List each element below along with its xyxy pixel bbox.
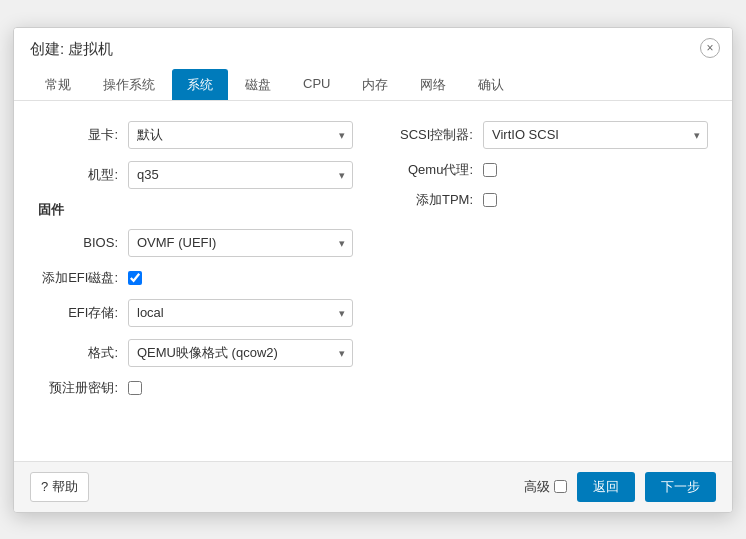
prekey-row: 预注册密钥: <box>38 379 353 397</box>
tab-system[interactable]: 系统 <box>172 69 228 100</box>
add-tpm-checkbox-wrapper <box>483 193 708 207</box>
dialog-footer: ? 帮助 高级 返回 下一步 <box>14 461 732 512</box>
efi-disk-label: 添加EFI磁盘: <box>38 269 128 287</box>
close-button[interactable]: × <box>700 38 720 58</box>
machine-label: 机型: <box>38 166 128 184</box>
efi-disk-control <box>128 271 353 285</box>
left-column: 显卡: 默认 机型: q35 <box>38 121 353 409</box>
qemu-agent-row: Qemu代理: <box>393 161 708 179</box>
qemu-agent-control <box>483 163 708 177</box>
help-button[interactable]: ? 帮助 <box>30 472 89 502</box>
efi-storage-label: EFI存储: <box>38 304 128 322</box>
machine-row: 机型: q35 <box>38 161 353 189</box>
qemu-agent-label: Qemu代理: <box>393 161 483 179</box>
efi-storage-row: EFI存储: local <box>38 299 353 327</box>
footer-left: ? 帮助 <box>30 472 89 502</box>
efi-disk-checkbox[interactable] <box>128 271 142 285</box>
dialog-header: 创建: 虚拟机 × 常规 操作系统 系统 磁盘 CPU 内存 网络 确认 <box>14 28 732 101</box>
bios-control: OVMF (UEFI) <box>128 229 353 257</box>
back-button[interactable]: 返回 <box>577 472 635 502</box>
form-section: 显卡: 默认 机型: q35 <box>38 121 708 409</box>
graphics-row: 显卡: 默认 <box>38 121 353 149</box>
prekey-checkbox-wrapper <box>128 381 353 395</box>
scsi-select[interactable]: VirtIO SCSI <box>483 121 708 149</box>
efi-disk-row: 添加EFI磁盘: <box>38 269 353 287</box>
advanced-label: 高级 <box>524 478 550 496</box>
machine-select-wrapper: q35 <box>128 161 353 189</box>
format-select-wrapper: QEMU映像格式 (qcow2) <box>128 339 353 367</box>
question-icon: ? <box>41 479 48 494</box>
prekey-checkbox[interactable] <box>128 381 142 395</box>
help-label: 帮助 <box>52 478 78 496</box>
footer-right: 高级 返回 下一步 <box>524 472 716 502</box>
tab-cpu[interactable]: CPU <box>288 69 345 100</box>
scsi-label: SCSI控制器: <box>393 126 483 144</box>
advanced-checkbox[interactable] <box>554 480 567 493</box>
scsi-select-wrapper: VirtIO SCSI <box>483 121 708 149</box>
qemu-agent-checkbox-wrapper <box>483 163 708 177</box>
prekey-label: 预注册密钥: <box>38 379 128 397</box>
qemu-agent-checkbox[interactable] <box>483 163 497 177</box>
machine-select[interactable]: q35 <box>128 161 353 189</box>
tab-bar: 常规 操作系统 系统 磁盘 CPU 内存 网络 确认 <box>30 69 521 100</box>
tab-disk[interactable]: 磁盘 <box>230 69 286 100</box>
firmware-section-title: 固件 <box>38 201 353 219</box>
advanced-check-wrapper: 高级 <box>524 478 567 496</box>
tab-general[interactable]: 常规 <box>30 69 86 100</box>
efi-storage-select-wrapper: local <box>128 299 353 327</box>
add-tpm-checkbox[interactable] <box>483 193 497 207</box>
right-column: SCSI控制器: VirtIO SCSI Qemu代理: <box>393 121 708 409</box>
bios-row: BIOS: OVMF (UEFI) <box>38 229 353 257</box>
bios-select-wrapper: OVMF (UEFI) <box>128 229 353 257</box>
graphics-control: 默认 <box>128 121 353 149</box>
add-tpm-row: 添加TPM: <box>393 191 708 209</box>
graphics-select[interactable]: 默认 <box>128 121 353 149</box>
bios-select[interactable]: OVMF (UEFI) <box>128 229 353 257</box>
format-label: 格式: <box>38 344 128 362</box>
scsi-control: VirtIO SCSI <box>483 121 708 149</box>
bios-label: BIOS: <box>38 235 128 250</box>
tab-memory[interactable]: 内存 <box>347 69 403 100</box>
efi-disk-checkbox-wrapper <box>128 271 353 285</box>
prekey-control <box>128 381 353 395</box>
create-vm-dialog: 创建: 虚拟机 × 常规 操作系统 系统 磁盘 CPU 内存 网络 确认 显卡: <box>13 27 733 513</box>
graphics-select-wrapper: 默认 <box>128 121 353 149</box>
add-tpm-control <box>483 193 708 207</box>
dialog-body: 显卡: 默认 机型: q35 <box>14 101 732 461</box>
format-select[interactable]: QEMU映像格式 (qcow2) <box>128 339 353 367</box>
scsi-row: SCSI控制器: VirtIO SCSI <box>393 121 708 149</box>
tab-os[interactable]: 操作系统 <box>88 69 170 100</box>
next-button[interactable]: 下一步 <box>645 472 716 502</box>
tab-network[interactable]: 网络 <box>405 69 461 100</box>
tab-confirm[interactable]: 确认 <box>463 69 519 100</box>
add-tpm-label: 添加TPM: <box>393 191 483 209</box>
machine-control: q35 <box>128 161 353 189</box>
format-control: QEMU映像格式 (qcow2) <box>128 339 353 367</box>
efi-storage-control: local <box>128 299 353 327</box>
efi-storage-select[interactable]: local <box>128 299 353 327</box>
graphics-label: 显卡: <box>38 126 128 144</box>
dialog-title: 创建: 虚拟机 <box>30 40 113 59</box>
format-row: 格式: QEMU映像格式 (qcow2) <box>38 339 353 367</box>
